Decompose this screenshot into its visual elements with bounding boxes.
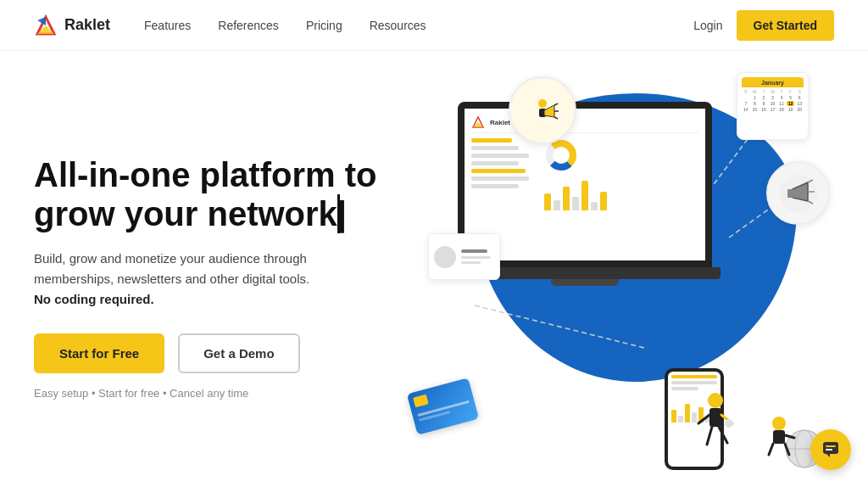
nav-features[interactable]: Features <box>144 19 191 32</box>
float-walking-person <box>682 385 749 462</box>
svg-point-29 <box>708 393 723 408</box>
float-megaphone-top <box>509 76 576 144</box>
float-calendar: January S M T W T F S 1 2 3 4 5 6 7 8 9 … <box>737 72 809 140</box>
navbar: Raklet Features References Pricing Resou… <box>0 0 868 51</box>
hero-illustration: Raklet <box>390 68 834 487</box>
hero-section: All-in-one platform to grow your network… <box>0 51 868 487</box>
logo[interactable]: Raklet <box>34 14 110 37</box>
svg-point-35 <box>725 419 733 428</box>
hero-description: Build, grow and monetize your audience t… <box>34 249 322 310</box>
svg-line-33 <box>707 427 712 445</box>
screen-brand-label: Raklet <box>490 119 510 126</box>
svg-line-34 <box>719 427 727 443</box>
svg-line-31 <box>698 415 709 423</box>
float-id-card <box>428 233 500 280</box>
svg-point-24 <box>772 417 786 430</box>
hero-title: All-in-one platform to grow your network… <box>34 155 390 233</box>
get-demo-button[interactable]: Get a Demo <box>178 333 299 373</box>
login-button[interactable]: Login <box>693 19 722 32</box>
nav-references[interactable]: References <box>218 19 279 32</box>
laptop-stand <box>551 279 619 286</box>
hero-buttons: Start for Free Get a Demo <box>34 333 390 373</box>
nav-actions: Login Get Started <box>693 10 834 41</box>
get-started-button[interactable]: Get Started <box>737 10 834 41</box>
svg-rect-43 <box>826 449 832 451</box>
nav-links: Features References Pricing Resources <box>144 19 693 32</box>
hero-subtext: Easy setup • Start for free • Cancel any… <box>34 387 390 400</box>
svg-rect-40 <box>823 442 838 454</box>
nav-pricing[interactable]: Pricing <box>306 19 342 32</box>
svg-rect-17 <box>787 189 793 198</box>
raklet-logo-icon <box>34 14 58 37</box>
hero-content: All-in-one platform to grow your network… <box>34 155 390 400</box>
nav-resources[interactable]: Resources <box>370 19 426 32</box>
svg-rect-25 <box>773 430 785 444</box>
svg-point-9 <box>538 99 547 108</box>
svg-line-27 <box>769 444 773 455</box>
float-megaphone-right <box>766 161 830 225</box>
float-credit-card <box>407 378 479 435</box>
svg-marker-41 <box>826 454 830 457</box>
chat-button[interactable] <box>810 429 851 470</box>
start-free-button[interactable]: Start for Free <box>34 333 164 373</box>
svg-rect-42 <box>826 445 836 447</box>
svg-rect-30 <box>709 408 721 427</box>
brand-name: Raklet <box>64 16 110 34</box>
